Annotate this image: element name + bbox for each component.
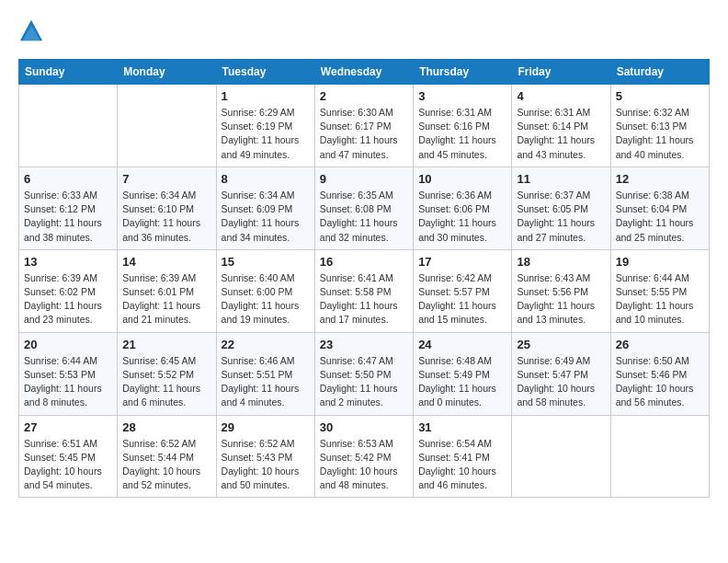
calendar-cell: 31Sunrise: 6:54 AMSunset: 5:41 PMDayligh… [414, 415, 512, 498]
day-number: 27 [24, 420, 112, 434]
calendar-cell: 7Sunrise: 6:34 AMSunset: 6:10 PMDaylight… [118, 167, 216, 249]
calendar-cell: 11Sunrise: 6:37 AMSunset: 6:05 PMDayligh… [512, 167, 610, 249]
cell-info: Sunrise: 6:41 AMSunset: 5:58 PMDaylight:… [320, 271, 408, 327]
cell-info: Sunrise: 6:34 AMSunset: 6:10 PMDaylight:… [122, 189, 210, 245]
calendar-cell: 14Sunrise: 6:39 AMSunset: 6:01 PMDayligh… [118, 249, 216, 332]
calendar-cell: 22Sunrise: 6:46 AMSunset: 5:51 PMDayligh… [216, 332, 314, 415]
calendar-cell: 15Sunrise: 6:40 AMSunset: 6:00 PMDayligh… [216, 249, 314, 332]
calendar-cell: 17Sunrise: 6:42 AMSunset: 5:57 PMDayligh… [414, 249, 512, 332]
cell-info: Sunrise: 6:53 AMSunset: 5:42 PMDaylight:… [320, 437, 408, 493]
cell-info: Sunrise: 6:45 AMSunset: 5:52 PMDaylight:… [122, 354, 210, 410]
calendar-cell: 18Sunrise: 6:43 AMSunset: 5:56 PMDayligh… [512, 249, 610, 332]
cell-info: Sunrise: 6:36 AMSunset: 6:06 PMDaylight:… [418, 189, 506, 245]
calendar-week-row: 6Sunrise: 6:33 AMSunset: 6:12 PMDaylight… [19, 167, 710, 249]
calendar-cell: 13Sunrise: 6:39 AMSunset: 6:02 PMDayligh… [19, 249, 118, 332]
cell-info: Sunrise: 6:29 AMSunset: 6:19 PMDaylight:… [222, 106, 310, 162]
header-friday: Friday [512, 60, 610, 85]
day-number: 19 [616, 255, 704, 269]
cell-info: Sunrise: 6:44 AMSunset: 5:53 PMDaylight:… [24, 354, 112, 410]
day-number: 2 [320, 89, 408, 103]
calendar-week-row: 13Sunrise: 6:39 AMSunset: 6:02 PMDayligh… [19, 249, 710, 332]
cell-info: Sunrise: 6:46 AMSunset: 5:51 PMDaylight:… [222, 354, 310, 410]
day-number: 23 [320, 338, 408, 351]
cell-info: Sunrise: 6:54 AMSunset: 5:41 PMDaylight:… [418, 437, 506, 493]
day-number: 24 [418, 338, 506, 351]
day-number: 16 [320, 255, 408, 269]
day-number: 22 [222, 338, 310, 351]
calendar-cell: 2Sunrise: 6:30 AMSunset: 6:17 PMDaylight… [314, 85, 413, 167]
page-header [18, 18, 710, 44]
day-number: 28 [122, 420, 210, 434]
header-wednesday: Wednesday [314, 60, 413, 85]
calendar-cell: 8Sunrise: 6:34 AMSunset: 6:09 PMDaylight… [216, 167, 314, 249]
cell-info: Sunrise: 6:30 AMSunset: 6:17 PMDaylight:… [320, 106, 408, 162]
cell-info: Sunrise: 6:43 AMSunset: 5:56 PMDaylight:… [517, 271, 605, 327]
day-number: 3 [418, 89, 506, 103]
calendar-header-row: SundayMondayTuesdayWednesdayThursdayFrid… [19, 60, 710, 85]
cell-info: Sunrise: 6:40 AMSunset: 6:00 PMDaylight:… [222, 271, 310, 327]
day-number: 7 [122, 172, 210, 186]
calendar-cell: 29Sunrise: 6:52 AMSunset: 5:43 PMDayligh… [216, 415, 314, 498]
calendar-cell: 9Sunrise: 6:35 AMSunset: 6:08 PMDaylight… [314, 167, 413, 249]
calendar-cell: 30Sunrise: 6:53 AMSunset: 5:42 PMDayligh… [314, 415, 413, 498]
calendar-cell: 25Sunrise: 6:49 AMSunset: 5:47 PMDayligh… [512, 332, 610, 415]
cell-info: Sunrise: 6:31 AMSunset: 6:16 PMDaylight:… [418, 106, 506, 162]
calendar-cell: 12Sunrise: 6:38 AMSunset: 6:04 PMDayligh… [610, 167, 709, 249]
day-number: 1 [222, 89, 310, 103]
calendar-cell [610, 415, 709, 498]
day-number: 5 [616, 89, 704, 103]
cell-info: Sunrise: 6:47 AMSunset: 5:50 PMDaylight:… [320, 354, 408, 410]
cell-info: Sunrise: 6:51 AMSunset: 5:45 PMDaylight:… [24, 437, 112, 493]
calendar-cell: 27Sunrise: 6:51 AMSunset: 5:45 PMDayligh… [19, 415, 118, 498]
calendar-cell: 3Sunrise: 6:31 AMSunset: 6:16 PMDaylight… [414, 85, 512, 167]
calendar-week-row: 1Sunrise: 6:29 AMSunset: 6:19 PMDaylight… [19, 85, 710, 167]
header-monday: Monday [118, 60, 216, 85]
day-number: 30 [320, 420, 408, 434]
calendar-cell: 1Sunrise: 6:29 AMSunset: 6:19 PMDaylight… [216, 85, 314, 167]
cell-info: Sunrise: 6:33 AMSunset: 6:12 PMDaylight:… [24, 189, 112, 245]
cell-info: Sunrise: 6:52 AMSunset: 5:44 PMDaylight:… [122, 437, 210, 493]
calendar-cell: 10Sunrise: 6:36 AMSunset: 6:06 PMDayligh… [414, 167, 512, 249]
cell-info: Sunrise: 6:48 AMSunset: 5:49 PMDaylight:… [418, 354, 506, 410]
calendar-week-row: 27Sunrise: 6:51 AMSunset: 5:45 PMDayligh… [19, 415, 710, 498]
day-number: 20 [24, 338, 112, 351]
calendar-week-row: 20Sunrise: 6:44 AMSunset: 5:53 PMDayligh… [19, 332, 710, 415]
day-number: 11 [517, 172, 605, 186]
calendar-cell: 23Sunrise: 6:47 AMSunset: 5:50 PMDayligh… [314, 332, 413, 415]
day-number: 26 [616, 338, 704, 351]
calendar-cell [512, 415, 610, 498]
calendar-table: SundayMondayTuesdayWednesdayThursdayFrid… [18, 59, 710, 498]
cell-info: Sunrise: 6:32 AMSunset: 6:13 PMDaylight:… [616, 106, 704, 162]
day-number: 18 [517, 255, 605, 269]
cell-info: Sunrise: 6:49 AMSunset: 5:47 PMDaylight:… [517, 354, 605, 410]
calendar-cell: 19Sunrise: 6:44 AMSunset: 5:55 PMDayligh… [610, 249, 709, 332]
header-tuesday: Tuesday [216, 60, 314, 85]
cell-info: Sunrise: 6:52 AMSunset: 5:43 PMDaylight:… [222, 437, 310, 493]
day-number: 4 [517, 89, 605, 103]
calendar-cell: 20Sunrise: 6:44 AMSunset: 5:53 PMDayligh… [19, 332, 118, 415]
day-number: 10 [418, 172, 506, 186]
calendar-cell [19, 85, 118, 167]
day-number: 21 [122, 338, 210, 351]
header-sunday: Sunday [19, 60, 118, 85]
day-number: 25 [517, 338, 605, 351]
cell-info: Sunrise: 6:50 AMSunset: 5:46 PMDaylight:… [616, 354, 704, 410]
day-number: 31 [418, 420, 506, 434]
cell-info: Sunrise: 6:38 AMSunset: 6:04 PMDaylight:… [616, 189, 704, 245]
logo [18, 18, 48, 44]
header-thursday: Thursday [414, 60, 512, 85]
day-number: 12 [616, 172, 704, 186]
calendar-cell: 4Sunrise: 6:31 AMSunset: 6:14 PMDaylight… [512, 85, 610, 167]
calendar-cell: 5Sunrise: 6:32 AMSunset: 6:13 PMDaylight… [610, 85, 709, 167]
day-number: 17 [418, 255, 506, 269]
cell-info: Sunrise: 6:44 AMSunset: 5:55 PMDaylight:… [616, 271, 704, 327]
logo-icon [18, 18, 44, 44]
day-number: 8 [222, 172, 310, 186]
cell-info: Sunrise: 6:42 AMSunset: 5:57 PMDaylight:… [418, 271, 506, 327]
day-number: 9 [320, 172, 408, 186]
calendar-cell: 24Sunrise: 6:48 AMSunset: 5:49 PMDayligh… [414, 332, 512, 415]
cell-info: Sunrise: 6:34 AMSunset: 6:09 PMDaylight:… [222, 189, 310, 245]
calendar-cell: 28Sunrise: 6:52 AMSunset: 5:44 PMDayligh… [118, 415, 216, 498]
cell-info: Sunrise: 6:37 AMSunset: 6:05 PMDaylight:… [517, 189, 605, 245]
calendar-cell: 16Sunrise: 6:41 AMSunset: 5:58 PMDayligh… [314, 249, 413, 332]
